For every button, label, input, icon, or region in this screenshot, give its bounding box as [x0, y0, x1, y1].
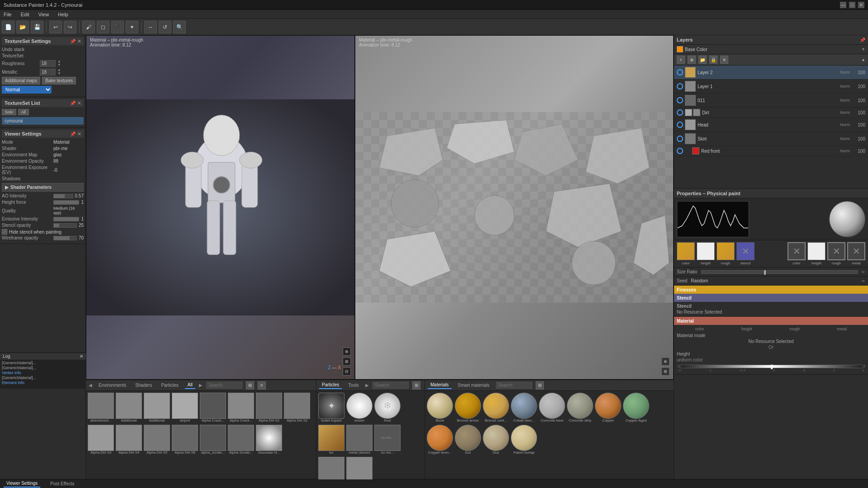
- shelf-item-gaussian[interactable]: Gaussian N...: [256, 425, 282, 455]
- roughness-down[interactable]: ▼: [57, 63, 61, 67]
- normal-dropdown[interactable]: Normal: [2, 86, 52, 94]
- shelf-list-view[interactable]: ≡: [258, 381, 266, 389]
- channel-height[interactable]: height: [697, 242, 715, 265]
- shelf-tab-envs[interactable]: Environments: [96, 382, 129, 389]
- seed-edit[interactable]: ✏: [862, 279, 865, 283]
- layer-item-head[interactable]: Head Norm 100: [674, 118, 868, 132]
- fill-button[interactable]: ⬛: [111, 21, 124, 33]
- add-folder-button[interactable]: 📁: [698, 56, 707, 64]
- base-color-swatch[interactable]: [677, 46, 683, 52]
- shelf-tab-tools[interactable]: Tools: [345, 382, 361, 389]
- shelf-materials-grid[interactable]: ⊞: [536, 381, 544, 389]
- shelf-item-alpha-dirt01[interactable]: Alpha Dirt 01: [256, 393, 282, 423]
- panel-pin-icon[interactable]: 📌: [70, 39, 75, 44]
- menu-edit[interactable]: Edit: [19, 11, 31, 18]
- maximize-button[interactable]: □: [849, 2, 855, 8]
- redo-button[interactable]: ↪: [64, 21, 76, 33]
- layer-item-red-front[interactable]: Red front Norm 100: [674, 146, 868, 156]
- base-color-arrow[interactable]: ▼: [861, 47, 865, 52]
- shelf-tab-shaders[interactable]: Shaders: [132, 382, 155, 389]
- finesses-bar[interactable]: Finesses: [674, 286, 868, 294]
- shelf-item-screw-bolt[interactable]: screw bolt: [318, 457, 344, 479]
- height-gradient-slider[interactable]: [681, 365, 862, 368]
- channel-color2[interactable]: ✕ color: [788, 242, 806, 265]
- stencil-opacity-slider[interactable]: [53, 223, 77, 228]
- minimize-button[interactable]: —: [840, 2, 846, 8]
- shelf-materials-search[interactable]: [496, 382, 532, 389]
- roughness-input[interactable]: [40, 60, 56, 67]
- viewer-close-icon[interactable]: ✕: [77, 131, 81, 136]
- shelf-nav-right[interactable]: ▶: [199, 383, 203, 388]
- layer-item-011[interactable]: 011 Norm 100: [674, 94, 868, 108]
- skirt-eye[interactable]: [677, 136, 683, 142]
- shelf-tab-particles2[interactable]: Particles: [319, 381, 342, 389]
- layer-item-layer1[interactable]: Layer 1 Norm 100: [674, 80, 868, 94]
- shelf-item-alpha-dirt05[interactable]: Alpha Dirt 05: [144, 425, 170, 455]
- size-ratio-slider[interactable]: [701, 270, 858, 274]
- viewport-3d[interactable]: Material – pbr-metal-rough Animation tim…: [86, 35, 355, 380]
- layer-item-skirt[interactable]: Skirt Norm 100: [674, 132, 868, 146]
- channel-metal[interactable]: ✕ metal: [847, 242, 865, 265]
- shelf-item-dus[interactable]: Dus: [483, 425, 509, 455]
- shelf-item-copper-aged[interactable]: Copper Aged: [623, 393, 649, 423]
- channel-stencil[interactable]: ✕ stencil: [736, 242, 755, 265]
- tab-viewer-settings[interactable]: Viewer Settings: [4, 480, 40, 488]
- shelf-particles-grid[interactable]: ⊞: [412, 381, 420, 389]
- bake-textures-button[interactable]: Bake textures: [42, 77, 76, 84]
- delete-layer-button[interactable]: ✕: [720, 56, 728, 64]
- lock-button[interactable]: 🔒: [709, 56, 717, 64]
- viewport-uv-nav2[interactable]: ⊞: [661, 367, 670, 375]
- undo-button[interactable]: ↩: [49, 21, 62, 33]
- layer-item-layer2[interactable]: Layer 2 Norm 100: [674, 66, 868, 80]
- textureset-pin-icon[interactable]: 📌: [70, 101, 75, 106]
- open-button[interactable]: 📂: [16, 21, 29, 33]
- add-effect-button[interactable]: ⊕: [688, 56, 696, 64]
- head-eye[interactable]: [677, 122, 683, 128]
- shelf-item-no-res[interactable]: no res... no res...: [374, 425, 401, 455]
- shelf-item-bone[interactable]: Bone: [427, 393, 453, 423]
- shelf-item-alpha-scratch2[interactable]: Alpha Scrate...: [228, 425, 254, 455]
- channel-height2[interactable]: height: [807, 242, 826, 265]
- shelf-item-alpha-crack1[interactable]: Alpha Crack...: [200, 393, 226, 423]
- shelf-particles-search[interactable]: [373, 382, 409, 389]
- size-ratio-edit[interactable]: ✏: [862, 270, 865, 274]
- material-bar[interactable]: Material: [674, 317, 868, 325]
- channel-color[interactable]: color: [677, 242, 695, 265]
- shelf-item-dut[interactable]: Dut: [455, 425, 481, 455]
- solo-button[interactable]: Solo: [2, 109, 16, 115]
- viewport-3d-nav1[interactable]: ⊕: [343, 347, 351, 356]
- shelf-item-alpha-crack2[interactable]: Alpha Crack...: [228, 393, 254, 423]
- viewport-uv[interactable]: Material – pbr-metal-rough Animation tim…: [355, 35, 674, 380]
- zoom-button[interactable]: 🔍: [173, 21, 186, 33]
- layer1-eye[interactable]: [677, 83, 683, 89]
- log-entry-element[interactable]: Element info: [2, 380, 84, 385]
- viewer-pin-icon[interactable]: 📌: [70, 131, 75, 136]
- textureset-close-icon[interactable]: ✕: [77, 101, 81, 106]
- channel-rough2[interactable]: ✕ rough: [827, 242, 845, 265]
- shelf-item-concrete-bare[interactable]: Concrete bare: [539, 393, 565, 423]
- wireframe-slider[interactable]: [53, 236, 77, 240]
- shelf-tab-materials[interactable]: Materials: [428, 381, 452, 389]
- shelf-item-eraser[interactable]: eraser: [346, 393, 373, 423]
- select-button[interactable]: ✦: [126, 21, 138, 33]
- shelf-tab-particles[interactable]: Particles: [158, 382, 181, 389]
- shelf-tab-all[interactable]: All: [185, 381, 195, 389]
- layer-item-dirt[interactable]: Dirt Norm 100: [674, 108, 868, 118]
- save-button[interactable]: 💾: [31, 21, 43, 33]
- shelf-item-additional2[interactable]: Additional: [144, 393, 170, 423]
- close-button[interactable]: ✕: [858, 2, 864, 8]
- shelf-item-bronze-armor[interactable]: Bronze armor: [455, 393, 481, 423]
- log-close[interactable]: ✕: [80, 354, 83, 359]
- ao-intensity-slider[interactable]: [53, 194, 73, 198]
- shader-params-header[interactable]: ▶ Shader Parameters: [2, 183, 84, 192]
- textureset-item-cymourai[interactable]: cymourai: [2, 117, 84, 125]
- layer2-eye[interactable]: [677, 69, 683, 75]
- emissive-slider[interactable]: [53, 217, 79, 221]
- channel-rough[interactable]: rough: [717, 242, 735, 265]
- menu-help[interactable]: Help: [56, 11, 70, 18]
- shelf-tab-smart[interactable]: Smart materials: [455, 382, 492, 389]
- all-button[interactable]: All: [18, 109, 29, 115]
- shelf-particles-nav[interactable]: ▶: [365, 383, 369, 388]
- shelf-item-alpha-dirt04[interactable]: Alpha Dirt 04: [116, 425, 142, 455]
- erase-button[interactable]: ◻: [97, 21, 109, 33]
